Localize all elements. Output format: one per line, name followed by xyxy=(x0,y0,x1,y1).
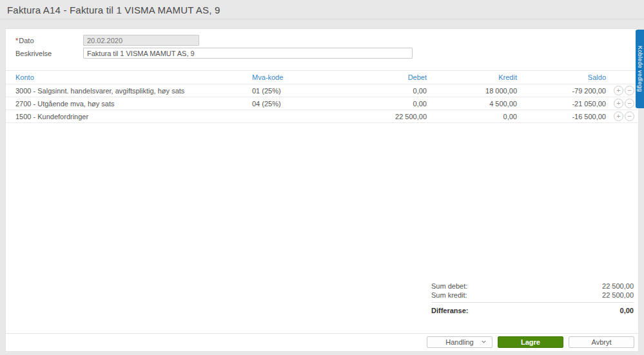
totals-divider xyxy=(431,302,634,303)
dato-input[interactable] xyxy=(83,35,199,46)
sum-kredit-row: Sum kredit: 22 500,00 xyxy=(431,291,634,300)
sum-kredit-value: 22 500,00 xyxy=(602,291,634,300)
sum-kredit-label: Sum kredit: xyxy=(431,291,467,300)
cell-kredit: 0,00 xyxy=(427,113,517,120)
cell-saldo: -79 200,00 xyxy=(517,87,606,95)
cell-actions: + − xyxy=(606,111,638,121)
sum-debet-value: 22 500,00 xyxy=(602,282,634,291)
column-header-kredit[interactable]: Kredit xyxy=(427,73,517,81)
action-bar: Handling Lagre Avbryt xyxy=(6,333,638,351)
voucher-lines-table: Konto Mva-kode Debet Kredit Saldo 3000 -… xyxy=(6,70,638,123)
column-header-debet[interactable]: Debet xyxy=(342,73,427,81)
remove-row-icon[interactable]: − xyxy=(625,99,634,108)
cell-kredit: 4 500,00 xyxy=(427,100,517,108)
remove-row-icon[interactable]: − xyxy=(625,111,634,121)
page-title: Faktura A14 - Faktura til 1 VISMA MAMUT … xyxy=(7,5,644,15)
handling-button[interactable]: Handling xyxy=(427,336,493,348)
table-row[interactable]: 2700 - Utgående mva, høy sats 04 (25%) 0… xyxy=(6,97,638,110)
sum-debet-row: Sum debet: 22 500,00 xyxy=(431,282,634,291)
lagre-button[interactable]: Lagre xyxy=(498,336,563,348)
empty-area xyxy=(6,123,638,282)
cell-debet: 0,00 xyxy=(342,87,427,95)
cell-actions: + − xyxy=(606,86,638,95)
column-header-konto[interactable]: Konto xyxy=(15,73,252,81)
cell-saldo: -16 500,00 xyxy=(517,113,606,120)
cell-konto: 3000 - Salgsinnt. handelsvarer, avgiftsp… xyxy=(15,87,252,95)
cell-mva: 01 (25%) xyxy=(252,87,342,95)
beskrivelse-label-text: Beskrivelse xyxy=(15,50,52,57)
required-marker: * xyxy=(15,37,18,44)
cell-konto: 2700 - Utgående mva, høy sats xyxy=(15,100,252,108)
beskrivelse-input[interactable] xyxy=(83,48,413,59)
cell-debet: 22 500,00 xyxy=(342,113,427,120)
page-header: Faktura A14 - Faktura til 1 VISMA MAMUT … xyxy=(0,0,644,19)
beskrivelse-row: Beskrivelse xyxy=(6,47,638,59)
differanse-row: Differanse: 0,00 xyxy=(431,306,634,315)
form-area: *Dato Beskrivelse xyxy=(6,29,638,60)
column-header-mva[interactable]: Mva-kode xyxy=(252,73,342,81)
cell-actions: + − xyxy=(606,99,638,108)
differanse-value: 0,00 xyxy=(620,306,634,315)
cell-mva: 04 (25%) xyxy=(252,100,342,108)
totals-section: Sum debet: 22 500,00 Sum kredit: 22 500,… xyxy=(431,282,634,315)
chevron-down-icon xyxy=(482,340,486,344)
dato-row: *Dato xyxy=(6,34,638,46)
koblede-vedlegg-tab[interactable]: Koblede vedlegg xyxy=(636,30,644,108)
remove-row-icon[interactable]: − xyxy=(625,86,634,95)
dato-label: *Dato xyxy=(6,37,83,44)
cell-saldo: -21 050,00 xyxy=(517,100,606,108)
cell-kredit: 18 000,00 xyxy=(427,87,517,95)
add-row-icon[interactable]: + xyxy=(614,111,623,121)
sum-debet-label: Sum debet: xyxy=(431,282,467,291)
cell-debet: 0,00 xyxy=(342,100,427,108)
voucher-panel: *Dato Beskrivelse Konto Mva-kode Debet K… xyxy=(5,28,639,352)
differanse-label: Differanse: xyxy=(431,306,468,315)
add-row-icon[interactable]: + xyxy=(614,99,623,108)
table-row[interactable]: 3000 - Salgsinnt. handelsvarer, avgiftsp… xyxy=(6,84,638,97)
column-header-saldo[interactable]: Saldo xyxy=(517,73,606,81)
dato-label-text: Dato xyxy=(19,37,34,44)
avbryt-button[interactable]: Avbryt xyxy=(569,336,634,348)
table-row[interactable]: 1500 - Kundefordringer 22 500,00 0,00 -1… xyxy=(6,110,638,123)
add-row-icon[interactable]: + xyxy=(614,86,623,95)
handling-button-label: Handling xyxy=(445,338,473,346)
beskrivelse-label: Beskrivelse xyxy=(6,50,83,57)
table-header-row: Konto Mva-kode Debet Kredit Saldo xyxy=(6,70,638,84)
cell-konto: 1500 - Kundefordringer xyxy=(15,113,252,120)
